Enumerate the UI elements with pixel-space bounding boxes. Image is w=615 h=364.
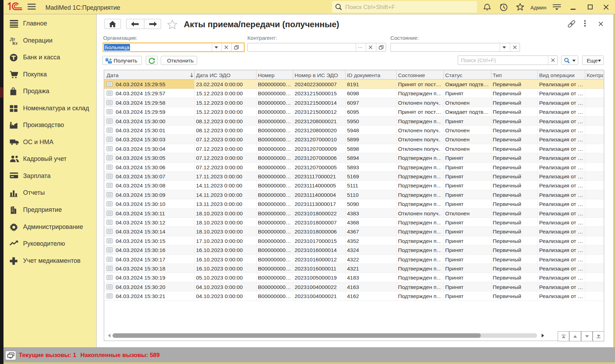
svg-text:Кт: Кт bbox=[12, 40, 18, 45]
